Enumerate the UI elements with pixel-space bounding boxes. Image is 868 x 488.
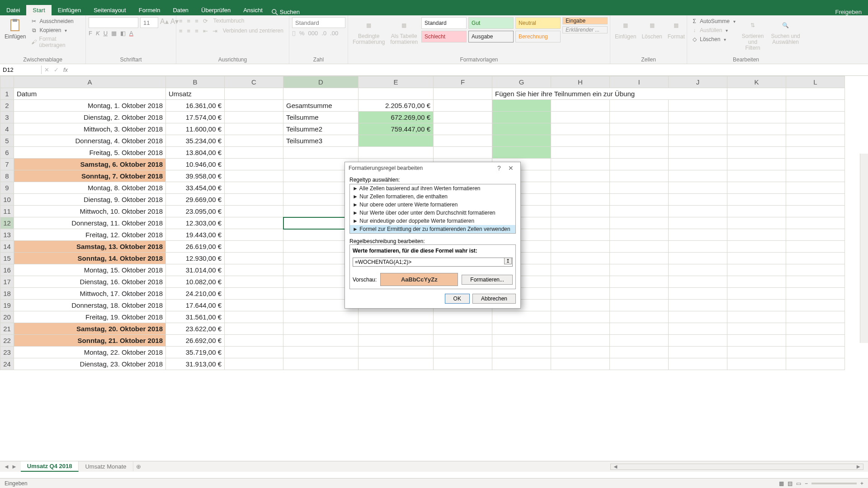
rule-option[interactable]: ► Nur Werte über oder unter dem Durchsch… [350, 209, 515, 217]
view-layout-icon[interactable]: ▤ [788, 480, 793, 487]
row-10[interactable]: 10 [0, 194, 14, 206]
cell-B22[interactable]: 26.692,00 € [166, 335, 225, 347]
cell-A18[interactable]: Mittwoch, 17. Oktober 2018 [14, 288, 166, 300]
tab-formeln[interactable]: Formeln [132, 5, 167, 15]
cell-A5[interactable]: Donnerstag, 4. Oktober 2018 [14, 135, 166, 147]
row-8[interactable]: 8 [0, 170, 14, 182]
insert-cells-button[interactable]: ▦Einfügen [613, 17, 638, 41]
share-button[interactable]: Freigeben [835, 9, 862, 15]
cell-B8[interactable]: 39.958,00 € [166, 170, 225, 182]
cell-D20[interactable] [283, 311, 359, 323]
cell-G1[interactable]: Fügen Sie hier ihre Teilnummen ein zur Ü… [492, 88, 727, 100]
cell-B17[interactable]: 10.082,00 € [166, 276, 225, 288]
view-pagebreak-icon[interactable]: ▭ [796, 480, 801, 487]
increase-font-icon[interactable]: A▴ [160, 17, 169, 28]
row-22[interactable]: 22 [0, 335, 14, 347]
ruletype-list[interactable]: ► Alle Zellen basierend auf ihren Werten… [349, 184, 516, 234]
formula-input[interactable] [353, 258, 513, 267]
cell-D6[interactable] [283, 147, 359, 159]
cell-E21[interactable] [359, 323, 434, 335]
cell-B9[interactable]: 33.454,00 € [166, 182, 225, 194]
row-19[interactable]: 19 [0, 300, 14, 311]
cell-A22[interactable]: Sonntag, 21. Oktober 2018 [14, 335, 166, 347]
style-schlecht[interactable]: Schlecht [421, 31, 467, 42]
cell-B19[interactable]: 17.644,00 € [166, 300, 225, 311]
paste-button[interactable]: Einfügen [3, 17, 28, 41]
col-L[interactable]: L [786, 76, 845, 88]
row-18[interactable]: 18 [0, 288, 14, 300]
comma-icon[interactable]: 000 [308, 30, 318, 37]
sheet-nav-next-icon[interactable]: ► [11, 463, 17, 470]
col-K[interactable]: K [727, 76, 786, 88]
dialog-close-button[interactable]: ✕ [505, 164, 517, 172]
cell-B3[interactable]: 17.574,00 € [166, 112, 225, 123]
cell-D3[interactable]: Teilsumme [283, 112, 359, 123]
clear-button[interactable]: ◇Löschen▾ [690, 35, 736, 43]
view-normal-icon[interactable]: ▦ [779, 480, 784, 487]
autosum-button[interactable]: ΣAutoSumme▾ [690, 17, 736, 25]
row-13[interactable]: 13 [0, 229, 14, 241]
cancel-button[interactable]: Abbrechen [472, 294, 516, 304]
row-9[interactable]: 9 [0, 182, 14, 194]
cell-B1[interactable]: Umsatz [166, 88, 225, 100]
cell-B21[interactable]: 23.622,00 € [166, 323, 225, 335]
row-20[interactable]: 20 [0, 311, 14, 323]
align-top-icon[interactable]: ≡ [179, 18, 183, 24]
tab-einfuegen[interactable]: Einfügen [52, 5, 87, 15]
format-painter-button[interactable]: 🖌Format übertragen [29, 35, 83, 49]
cell-A19[interactable]: Donnerstag, 18. Oktober 2018 [14, 300, 166, 311]
ok-button[interactable]: OK [445, 294, 470, 304]
cell-B11[interactable]: 23.095,00 € [166, 206, 225, 217]
cell-A20[interactable]: Freitag, 19. Oktober 2018 [14, 311, 166, 323]
align-bottom-icon[interactable]: ≡ [195, 18, 198, 24]
dec-dec-icon[interactable]: .00 [330, 30, 338, 37]
cell-E3[interactable]: 672.269,00 € [359, 112, 434, 123]
row-15[interactable]: 15 [0, 253, 14, 264]
font-name-combo[interactable] [89, 17, 138, 28]
cell-A23[interactable]: Montag, 22. Oktober 2018 [14, 347, 166, 358]
cell-B16[interactable]: 31.014,00 € [166, 264, 225, 276]
row-6[interactable]: 6 [0, 147, 14, 159]
cell-A11[interactable]: Mittwoch, 10. Oktober 2018 [14, 206, 166, 217]
col-D[interactable]: D [283, 76, 359, 88]
dialog-help-button[interactable]: ? [493, 164, 505, 172]
cell-A8[interactable]: Sonntag, 7. Oktober 2018 [14, 170, 166, 182]
cell-B23[interactable]: 35.719,00 € [166, 347, 225, 358]
style-ausgabe[interactable]: Ausgabe [468, 31, 514, 42]
cell-A1[interactable]: Datum [14, 88, 166, 100]
cell-D5[interactable]: Teilsumme3 [283, 135, 359, 147]
cell-E2[interactable]: 2.205.670,00 € [359, 100, 434, 112]
underline-button[interactable]: U [104, 30, 108, 37]
cell-A21[interactable]: Samstag, 20. Oktober 2018 [14, 323, 166, 335]
sheet-nav-prev-icon[interactable]: ◄ [4, 463, 9, 470]
cut-button[interactable]: ✂Ausschneiden [29, 17, 83, 25]
tab-ansicht[interactable]: Ansicht [237, 5, 269, 15]
col-J[interactable]: J [669, 76, 727, 88]
align-right-icon[interactable]: ≡ [195, 28, 198, 34]
row-17[interactable]: 17 [0, 276, 14, 288]
cell-A3[interactable]: Dienstag, 2. Oktober 2018 [14, 112, 166, 123]
cell-D24[interactable] [283, 358, 359, 370]
cell-A4[interactable]: Mittwoch, 3. Oktober 2018 [14, 123, 166, 135]
sort-filter-button[interactable]: ⇅Sortieren und Filtern [738, 17, 767, 52]
rule-option[interactable]: ► Nur eindeutige oder doppelte Werte for… [350, 217, 515, 225]
copy-button[interactable]: ⧉Kopieren▾ [29, 26, 83, 34]
style-standard[interactable]: Standard [421, 17, 467, 29]
cell-E4[interactable]: 759.447,00 € [359, 123, 434, 135]
cell-A17[interactable]: Dienstag, 16. Oktober 2018 [14, 276, 166, 288]
row-21[interactable]: 21 [0, 323, 14, 335]
align-left-icon[interactable]: ≡ [179, 28, 183, 34]
cell-A2[interactable]: Montag, 1. Oktober 2018 [14, 100, 166, 112]
add-sheet-button[interactable]: ⊕ [133, 463, 144, 470]
tab-daten[interactable]: Daten [166, 5, 195, 15]
tab-start[interactable]: Start [26, 5, 51, 15]
conditional-format-button[interactable]: ▦ Bedingte Formatierung [351, 17, 387, 46]
cell-B6[interactable]: 13.804,00 € [166, 147, 225, 159]
style-neutral[interactable]: Neutral [515, 17, 561, 29]
name-box[interactable]: D12 [0, 66, 42, 74]
zoom-slider[interactable] [811, 483, 857, 484]
find-select-button[interactable]: 🔍Suchen und Auswählen [769, 17, 802, 46]
cancel-formula-icon[interactable]: ✕ [44, 66, 49, 73]
row-7[interactable]: 7 [0, 159, 14, 170]
cell-D23[interactable] [283, 347, 359, 358]
